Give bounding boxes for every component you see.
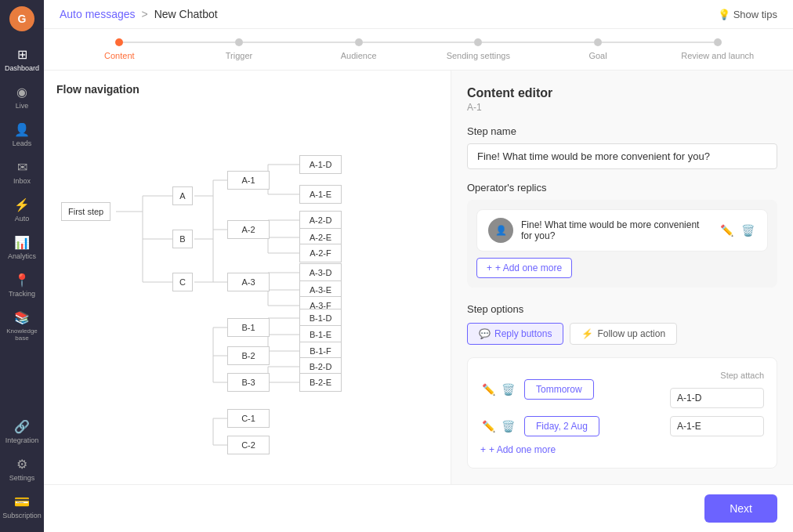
sidebar-label: Inbox — [13, 177, 31, 185]
sidebar-label: Live — [16, 102, 29, 110]
step-name-label: Step name — [467, 125, 777, 137]
node-first-step[interactable]: First step — [61, 202, 110, 221]
tips-icon: 💡 — [718, 9, 730, 20]
row-actions: ✏️ 🗑️ — [480, 382, 516, 397]
tab-reply-buttons[interactable]: 💬 Reply buttons — [467, 323, 563, 345]
sidebar-label: Leads — [13, 139, 32, 147]
node-a3[interactable]: A-3 — [227, 273, 270, 291]
sidebar-item-auto[interactable]: ⚡ Auto — [0, 191, 44, 229]
reply-btn-tomorrow[interactable]: Tommorow — [524, 379, 594, 400]
show-tips-button[interactable]: 💡 Show tips — [718, 9, 777, 20]
breadcrumb: Auto messages > New Chatbot — [60, 8, 218, 20]
node-a[interactable]: A — [172, 186, 193, 205]
add-reply-label: + Add one more — [495, 262, 562, 273]
edit-btn-2[interactable]: ✏️ — [480, 418, 497, 434]
node-b2[interactable]: B-2 — [227, 346, 270, 365]
reply-row-1: ✏️ 🗑️ Tommorow Step attach A-1-D A-1-E — [480, 371, 764, 408]
node-a2[interactable]: A-2 — [227, 220, 270, 239]
step-name-input[interactable] — [467, 143, 777, 169]
attach-select-1[interactable]: A-1-D A-1-E — [670, 388, 764, 408]
auto-icon: ⚡ — [14, 197, 30, 212]
node-a1d[interactable]: A-1-D — [299, 155, 342, 174]
sidebar-label: Knowledge base — [3, 328, 41, 342]
step-label: Trigger — [226, 51, 252, 60]
integration-icon: 🔗 — [14, 419, 30, 434]
tab-reply-label: Reply buttons — [494, 328, 552, 339]
live-icon: ◉ — [16, 85, 27, 100]
plus-icon: + — [487, 262, 492, 273]
content-area: Flow navigation — [44, 71, 793, 484]
node-a1e[interactable]: A-1-E — [299, 185, 342, 204]
sidebar-label: Settings — [9, 474, 35, 482]
editor-subtitle: A-1 — [467, 102, 777, 113]
leads-icon: 👤 — [14, 122, 30, 137]
delete-btn-1[interactable]: 🗑️ — [500, 382, 516, 397]
reply-avatar: 👤 — [488, 218, 513, 243]
reply-item: 👤 Fine! What time would be more convenie… — [476, 209, 768, 252]
step-sending[interactable]: Sending settings — [418, 38, 538, 60]
step-dot — [714, 38, 722, 46]
followup-icon: ⚡ — [581, 328, 593, 339]
breadcrumb-separator: > — [142, 8, 148, 20]
attach-select-2[interactable]: A-1-E A-1-D — [670, 416, 764, 436]
reply-text: Fine! What time would be more convenient… — [521, 219, 711, 241]
add-reply-row-button[interactable]: + + Add one more — [480, 444, 556, 455]
breadcrumb-link[interactable]: Auto messages — [60, 8, 136, 20]
sidebar-label: Analytics — [8, 252, 36, 260]
step-review[interactable]: Review and launch — [657, 38, 777, 60]
node-a3d[interactable]: A-3-D — [299, 263, 342, 282]
sidebar-item-live[interactable]: ◉ Live — [0, 78, 44, 116]
knowledge-icon: 📚 — [14, 310, 30, 325]
plus-icon-2: + — [480, 444, 486, 455]
delete-btn-2[interactable]: 🗑️ — [500, 418, 516, 434]
tab-follow-up[interactable]: ⚡ Follow up action — [570, 323, 677, 345]
sidebar-item-analytics[interactable]: 📊 Analytics — [0, 229, 44, 266]
node-b[interactable]: B — [172, 230, 193, 248]
sidebar-item-settings[interactable]: ⚙ Settings — [0, 451, 44, 488]
sidebar: G ⊞ Dashboard ◉ Live 👤 Leads ✉ Inbox ⚡ A… — [0, 0, 44, 532]
node-b3[interactable]: B-3 — [227, 373, 270, 392]
flow-panel: Flow navigation — [44, 71, 451, 484]
sidebar-item-knowledge[interactable]: 📚 Knowledge base — [0, 304, 44, 348]
page-title: New Chatbot — [154, 8, 218, 20]
step-attach-wrapper-1: Step attach A-1-D A-1-E — [670, 371, 764, 408]
node-c2[interactable]: C-2 — [227, 436, 270, 454]
sidebar-label: Auto — [15, 215, 30, 223]
node-b1[interactable]: B-1 — [227, 318, 270, 337]
settings-icon: ⚙ — [16, 457, 27, 472]
node-a2f[interactable]: A-2-F — [299, 244, 342, 262]
reply-btn-friday[interactable]: Fiday, 2 Aug — [524, 416, 599, 436]
step-dot — [115, 38, 123, 46]
step-label: Sending settings — [447, 51, 510, 60]
step-dot — [355, 38, 363, 46]
node-b2e[interactable]: B-2-E — [299, 373, 342, 392]
sidebar-item-inbox[interactable]: ✉ Inbox — [0, 154, 44, 191]
step-content[interactable]: Content — [60, 38, 179, 60]
sidebar-item-dashboard[interactable]: ⊞ Dashboard — [0, 41, 44, 78]
step-goal[interactable]: Goal — [538, 38, 658, 60]
row-actions-2: ✏️ 🗑️ — [480, 418, 516, 434]
node-c[interactable]: C — [172, 273, 193, 291]
add-reply-button[interactable]: + + Add one more — [476, 258, 572, 278]
sidebar-item-subscription[interactable]: 💳 Subscription — [0, 488, 44, 526]
node-a1[interactable]: A-1 — [227, 171, 270, 190]
sidebar-item-leads[interactable]: 👤 Leads — [0, 116, 44, 154]
edit-reply-button[interactable]: ✏️ — [719, 223, 735, 238]
subscription-icon: 💳 — [14, 494, 30, 509]
sidebar-item-integration[interactable]: 🔗 Integration — [0, 413, 44, 451]
sidebar-label: Subscription — [2, 512, 42, 519]
sidebar-item-tracking[interactable]: 📍 Tracking — [0, 266, 44, 304]
next-button[interactable]: Next — [704, 494, 777, 523]
delete-reply-button[interactable]: 🗑️ — [740, 223, 756, 238]
reply-buttons-section: ✏️ 🗑️ Tommorow Step attach A-1-D A-1-E — [467, 357, 777, 469]
reply-row-2: ✏️ 🗑️ Fiday, 2 Aug A-1-E A-1-D — [480, 416, 764, 436]
node-a2d[interactable]: A-2-D — [299, 211, 342, 230]
analytics-icon: 📊 — [14, 235, 30, 250]
edit-btn-1[interactable]: ✏️ — [480, 382, 497, 397]
flow-tree: First step A B C A-1 A-2 A-3 B-1 B-2 B-3… — [56, 108, 417, 484]
step-audience[interactable]: Audience — [299, 38, 418, 60]
step-label: Content — [104, 51, 135, 60]
steps-navigation: Content Trigger Audience Sending setting… — [44, 29, 793, 71]
node-c1[interactable]: C-1 — [227, 409, 270, 428]
step-trigger[interactable]: Trigger — [179, 38, 299, 60]
